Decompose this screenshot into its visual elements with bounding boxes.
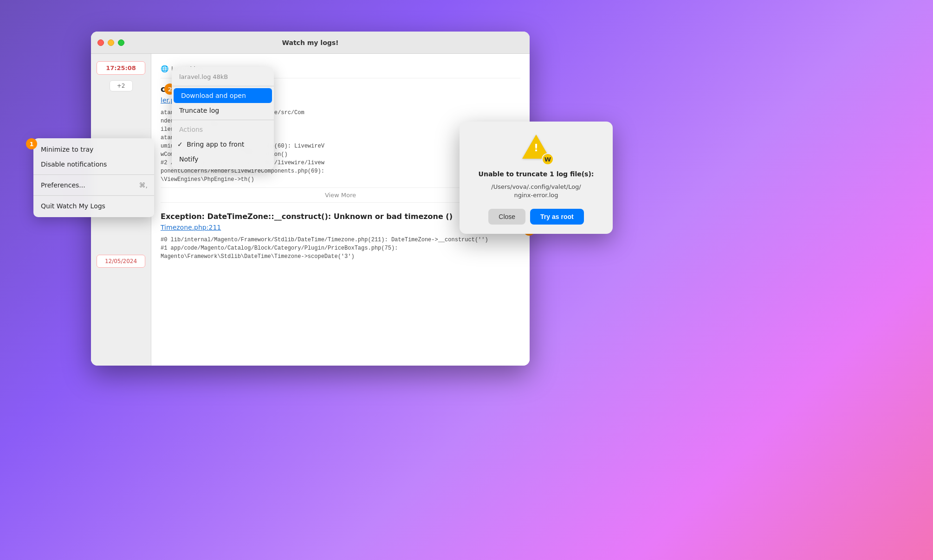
warning-exclaim: ! (534, 142, 538, 154)
globe-icon: 🌐 (161, 65, 168, 72)
minimize-button[interactable] (108, 39, 114, 46)
window-title: Watch my logs! (282, 39, 339, 46)
alert-title: Unable to truncate 1 log file(s): (471, 170, 602, 179)
time-badge: 17:25:08 (97, 61, 145, 75)
menu-item-preferences[interactable]: Preferences... ⌘, (33, 178, 154, 193)
preferences-shortcut: ⌘, (139, 181, 148, 189)
maximize-button[interactable] (118, 39, 124, 46)
menu-item-notify[interactable]: Notify (172, 152, 274, 167)
w-badge: W (542, 153, 554, 165)
alert-path: /Users/vova/.config/valet/Log/nginx-erro… (471, 183, 602, 200)
file-menu: laravel.log 48kB Download and open Trunc… (172, 67, 274, 169)
date-badge: 12/05/2024 (97, 255, 145, 268)
close-button[interactable] (97, 39, 104, 46)
try-as-root-button[interactable]: Try as root (530, 209, 584, 225)
menu-section-2: Preferences... ⌘, (33, 177, 154, 193)
menu-item-bring-to-front[interactable]: ✓ Bring app to front (172, 137, 274, 152)
menu-item-disable-notifications[interactable]: Disable notifications (33, 157, 154, 172)
step-badge-1: 1 (26, 138, 37, 149)
titlebar: Watch my logs! (91, 32, 530, 54)
menu-item-minimize-to-tray[interactable]: Minimize to tray (33, 142, 154, 157)
alert-buttons: Close Try as root (471, 209, 602, 225)
file-menu-divider-2 (172, 120, 274, 120)
menu-item-truncate-log[interactable]: Truncate log (172, 103, 274, 118)
checkmark-icon: ✓ (177, 141, 183, 148)
menu-divider-1 (33, 174, 154, 175)
tray-menu: Minimize to tray Disable notifications P… (33, 138, 154, 217)
count-badge: +2 (110, 80, 133, 91)
alert-dialog: ! W Unable to truncate 1 log file(s): /U… (460, 122, 613, 234)
close-dialog-button[interactable]: Close (488, 209, 525, 225)
menu-section-3: Quit Watch My Logs (33, 198, 154, 214)
menu-item-actions-header: Actions (172, 122, 274, 137)
file-menu-divider-1 (172, 86, 274, 86)
titlebar-buttons (97, 39, 124, 46)
menu-item-download-open[interactable]: Download and open (174, 88, 272, 103)
menu-section-1: Minimize to tray Disable notifications (33, 141, 154, 173)
menu-divider-2 (33, 195, 154, 196)
menu-item-quit[interactable]: Quit Watch My Logs (33, 199, 154, 213)
alert-icon: ! W (522, 135, 550, 162)
file-menu-header: laravel.log 48kB (172, 70, 274, 84)
log-trace-2: #0 lib/internal/Magento/Framework/Stdlib… (161, 236, 520, 261)
